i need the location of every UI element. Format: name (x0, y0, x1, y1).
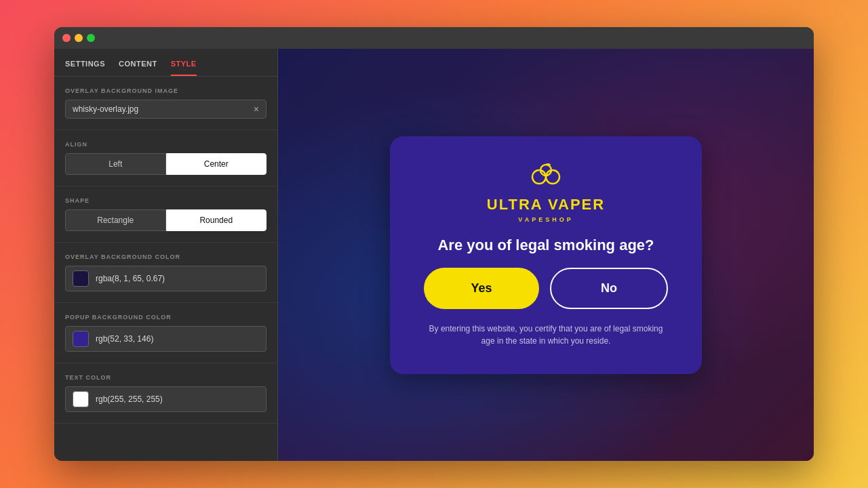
text-color-row[interactable]: rgb(255, 255, 255) (65, 386, 267, 412)
brand-name: ULTRA VAPER (487, 196, 605, 214)
text-color-label: TEXT COLOR (65, 374, 267, 381)
align-center-button[interactable]: Center (166, 153, 267, 175)
text-color-section: TEXT COLOR rgb(255, 255, 255) (54, 363, 277, 424)
file-input-text: whisky-overlay.jpg (73, 104, 138, 114)
age-popup: ULTRA VAPER VAPESHOP Are you of legal sm… (390, 136, 702, 374)
app-body: SETTINGS CONTENT STYLE OVERLAY BACKGROUN… (54, 49, 814, 461)
close-button[interactable] (62, 34, 71, 42)
overlay-bg-image-label: OVERLAY BACKGROUND IMAGE (65, 87, 267, 94)
shape-toggle-group: Rectangle Rounded (65, 209, 267, 231)
popup-bg-color-value: rgb(52, 33, 146) (96, 334, 153, 344)
popup-bg-color-row[interactable]: rgb(52, 33, 146) (65, 326, 267, 352)
brand-sub: VAPESHOP (518, 216, 573, 223)
align-left-button[interactable]: Left (65, 153, 166, 175)
brand-icon (528, 163, 564, 193)
right-panel: ULTRA VAPER VAPESHOP Are you of legal sm… (278, 49, 814, 461)
align-section: ALIGN Left Center (54, 130, 277, 186)
svg-point-1 (546, 170, 559, 184)
popup-bg-color-section: POPUP BACKGROUND COLOR rgb(52, 33, 146) (54, 303, 277, 363)
file-clear-button[interactable]: × (254, 104, 259, 114)
tab-settings[interactable]: SETTINGS (65, 60, 105, 76)
yes-button[interactable]: Yes (424, 268, 539, 309)
popup-buttons: Yes No (424, 268, 668, 309)
text-color-swatch (73, 391, 89, 407)
overlay-bg-color-value: rgba(8, 1, 65, 0.67) (96, 274, 165, 283)
maximize-button[interactable] (87, 34, 95, 42)
popup-question: Are you of legal smoking age? (437, 237, 654, 254)
overlay-bg-color-label: OVERLAY BACKGROUND COLOR (65, 253, 267, 260)
file-input-row: whisky-overlay.jpg × (65, 100, 267, 119)
no-button[interactable]: No (550, 268, 668, 309)
align-label: ALIGN (65, 141, 267, 148)
minimize-button[interactable] (75, 34, 83, 42)
popup-disclaimer: By entering this website, you certify th… (424, 323, 668, 347)
tab-style[interactable]: STYLE (171, 60, 197, 76)
shape-rounded-button[interactable]: Rounded (166, 209, 267, 231)
tabs: SETTINGS CONTENT STYLE (54, 49, 277, 77)
tab-content[interactable]: CONTENT (119, 60, 157, 76)
shape-rectangle-button[interactable]: Rectangle (65, 209, 166, 231)
overlay-bg-color-swatch (73, 270, 89, 287)
left-panel: SETTINGS CONTENT STYLE OVERLAY BACKGROUN… (54, 49, 278, 461)
popup-bg-color-swatch (73, 331, 89, 347)
overlay-bg-color-section: OVERLAY BACKGROUND COLOR rgba(8, 1, 65, … (54, 243, 277, 303)
popup-bg-color-label: POPUP BACKGROUND COLOR (65, 314, 267, 321)
svg-point-0 (532, 170, 546, 184)
overlay-bg-color-row[interactable]: rgba(8, 1, 65, 0.67) (65, 266, 267, 291)
shape-section: SHAPE Rectangle Rounded (54, 186, 277, 243)
traffic-lights (62, 34, 95, 42)
shape-label: SHAPE (65, 197, 267, 204)
title-bar (54, 27, 814, 49)
overlay-bg-image-section: OVERLAY BACKGROUND IMAGE whisky-overlay.… (54, 77, 277, 130)
app-window: SETTINGS CONTENT STYLE OVERLAY BACKGROUN… (54, 27, 814, 461)
brand-logo: ULTRA VAPER VAPESHOP (487, 163, 605, 223)
align-toggle-group: Left Center (65, 153, 267, 175)
text-color-value: rgb(255, 255, 255) (96, 394, 163, 404)
